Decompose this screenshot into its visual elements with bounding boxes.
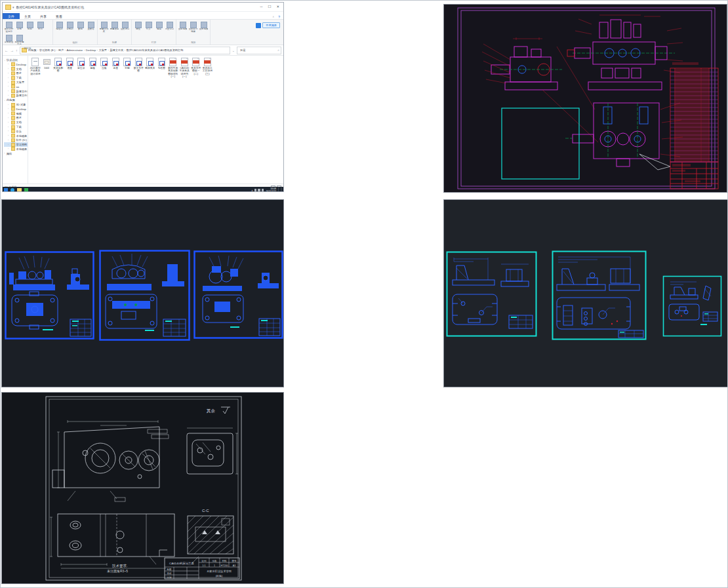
ribbon-button-icon — [88, 22, 94, 28]
ribbon-button[interactable]: 粘贴 — [25, 21, 35, 33]
sidebar-item[interactable]: ›视频 — [4, 111, 28, 116]
file-name: 芯轴 — [125, 67, 130, 69]
folder-icon — [11, 111, 16, 115]
file-item[interactable]: 夹具装配图 — [52, 58, 64, 79]
folder-icon — [11, 85, 16, 88]
ribbon-button[interactable]: 固定到快速访问 — [4, 21, 14, 33]
sidebar-item[interactable]: ›图片 — [4, 71, 28, 76]
sidebar-section-network[interactable]: ›网络 — [4, 152, 28, 155]
breadcrumb-segment[interactable]: Administrator› — [67, 49, 86, 52]
show-desktop-button[interactable] — [281, 187, 282, 192]
svg-text:CA6140机床法兰盘: CA6140机床法兰盘 — [169, 562, 194, 565]
sidebar-item[interactable]: ›文档 — [4, 120, 28, 125]
start-button[interactable] — [4, 188, 8, 192]
file-item[interactable]: 1001 — [41, 58, 53, 79]
breadcrumb-segment[interactable]: Desktop› — [86, 49, 99, 52]
sidebar-section-quick-access[interactable]: ⌄快速访问 — [4, 58, 28, 62]
file-item[interactable]: 支座 — [110, 58, 122, 79]
file-item[interactable]: 底座 — [64, 58, 76, 79]
ribbon-button[interactable]: 新建项目 — [110, 21, 119, 33]
sidebar-item[interactable]: ›本地磁盘 (C:) — [4, 134, 28, 138]
sidebar-item[interactable]: ›音乐 — [4, 129, 28, 134]
file-explorer-taskbar-icon[interactable] — [17, 188, 22, 192]
sidebar-item[interactable]: ›图片 — [4, 116, 28, 121]
file-item[interactable]: 铣床夹具 — [144, 58, 156, 79]
file-item[interactable]: 2021数控产品夹具设计说明 — [30, 58, 41, 79]
tab-view[interactable]: 查看 — [51, 13, 67, 19]
help-icon[interactable]: ? — [278, 15, 280, 19]
file-item[interactable]: 毛坯图 — [156, 58, 168, 79]
close-button[interactable]: ✕ — [276, 3, 279, 11]
tab-home[interactable]: 主页 — [20, 13, 35, 19]
folder-icon — [11, 76, 16, 80]
file-item[interactable]: 夹具加工工艺说明(三) — [202, 58, 214, 79]
sidebar-item[interactable]: ›下载 — [4, 125, 28, 129]
tray-icons[interactable]: ∧ — [251, 189, 264, 192]
taskbar-clock[interactable]: 16:08 2021/1/27 — [266, 187, 279, 192]
edge-icon[interactable] — [10, 188, 14, 192]
ribbon-button[interactable]: 重命名 — [86, 21, 96, 31]
ribbon-button[interactable]: 轻松访问 — [120, 21, 130, 33]
sidebar-item[interactable]: ›Desktop — [4, 107, 28, 111]
file-item[interactable]: 拨叉零件图 — [133, 58, 145, 79]
ribbon-button[interactable]: 移动到 — [54, 21, 64, 31]
svg-text:其余: 其余 — [206, 408, 216, 414]
collapse-ribbon-icon[interactable]: ＾ — [272, 15, 275, 19]
file-item[interactable]: CA6140车床夹具说明书(一) — [179, 58, 191, 79]
tab-share[interactable]: 共享 — [35, 13, 51, 19]
sidebar-item[interactable]: ›本地磁盘 (F:) — [4, 147, 28, 151]
breadcrumb-segment[interactable]: 数控CA6140车床夹具设计CAD图纸及资料打包› — [127, 49, 184, 52]
chevron-icon: › — [8, 117, 10, 119]
file-item[interactable]: 芯轴 — [121, 58, 133, 79]
ribbon-button[interactable]: 新建文件夹 — [99, 21, 109, 33]
ribbon-button[interactable]: 历史记录 — [165, 21, 174, 31]
ribbon-button[interactable]: 删除 — [75, 21, 85, 31]
ribbon-button[interactable]: 打开 — [144, 21, 153, 31]
sidebar-item[interactable]: ›学习资料 (E:) — [4, 142, 28, 147]
ribbon-button[interactable]: 复制 — [14, 21, 24, 33]
search-input[interactable] — [239, 48, 277, 52]
netdisk-promo[interactable]: 百度网盘 — [256, 22, 280, 28]
file-item[interactable]: 定位块 — [75, 58, 87, 79]
sidebar-item[interactable]: ›下载 — [4, 75, 28, 80]
file-name: 夹具加工工艺说明(三) — [202, 67, 214, 75]
ribbon-group-organize: 移动到复制到删除重命名 组织 — [53, 20, 98, 45]
ribbon-button-icon — [146, 22, 152, 28]
breadcrumb-segment[interactable]: 用户› — [58, 49, 67, 52]
cad-app-taskbar-icon[interactable] — [24, 188, 28, 192]
ribbon-button[interactable]: 全部选择 — [178, 21, 188, 33]
ribbon-button[interactable]: 全部取消选择 — [188, 21, 198, 33]
sidebar-item[interactable]: ›新建文件夹 — [4, 89, 28, 94]
quick-access-toolbar-icon[interactable]: ▾ — [12, 5, 14, 9]
file-item[interactable]: 压板 — [98, 58, 110, 79]
sidebar-item[interactable]: ›软件 (D:) — [4, 138, 28, 143]
ribbon-button[interactable]: 编辑 — [154, 21, 164, 31]
file-item[interactable]: 垫板 — [87, 58, 99, 79]
breadcrumb-segment[interactable]: 大装置› — [98, 49, 110, 52]
ribbon-button[interactable]: 粘贴快捷方式 — [14, 34, 24, 47]
ribbon-button[interactable]: 复制到 — [65, 21, 75, 31]
netdisk-promo-button[interactable]: 百度网盘 — [262, 22, 280, 28]
search-box[interactable]: ⌕ — [237, 47, 281, 54]
breadcrumb-segment[interactable]: 新建文件夹› — [110, 49, 126, 52]
ribbon-button[interactable]: 复制路径 — [4, 34, 14, 47]
file-item[interactable]: 数控车床夹具装配图纸资料(一) — [167, 58, 179, 79]
ribbon-button[interactable]: 反向选择 — [199, 21, 209, 33]
sidebar-item[interactable]: ›大装置 — [4, 80, 28, 85]
sidebar-item[interactable]: ›3D 对象 — [4, 102, 28, 107]
sidebar-item[interactable]: ›aa — [4, 85, 28, 89]
maximize-button[interactable]: ☐ — [268, 3, 271, 11]
ribbon-group-new: 新建文件夹新建项目轻松访问 新建 — [98, 20, 132, 45]
tab-file[interactable]: 文件 — [3, 13, 20, 19]
address-dropdown-icon[interactable]: ⌄ — [232, 49, 235, 52]
minimize-button[interactable]: ─ — [260, 3, 263, 11]
file-item[interactable]: 夹具零件图纸一(二) — [190, 58, 202, 79]
sidebar-item[interactable]: ›Desktop — [4, 62, 28, 67]
file-name: 毛坯图 — [158, 67, 165, 69]
ribbon-button[interactable]: 属性 — [133, 21, 143, 31]
file-name: 夹具零件图纸一(二) — [190, 67, 202, 75]
ribbon-button[interactable]: 剪切 — [35, 21, 45, 33]
sidebar-section-this-pc[interactable]: ⌄此电脑 — [4, 98, 28, 102]
sidebar-item[interactable]: ›文档 — [4, 67, 28, 71]
sidebar-item[interactable]: ›新建文件夹 (2) — [4, 93, 28, 98]
